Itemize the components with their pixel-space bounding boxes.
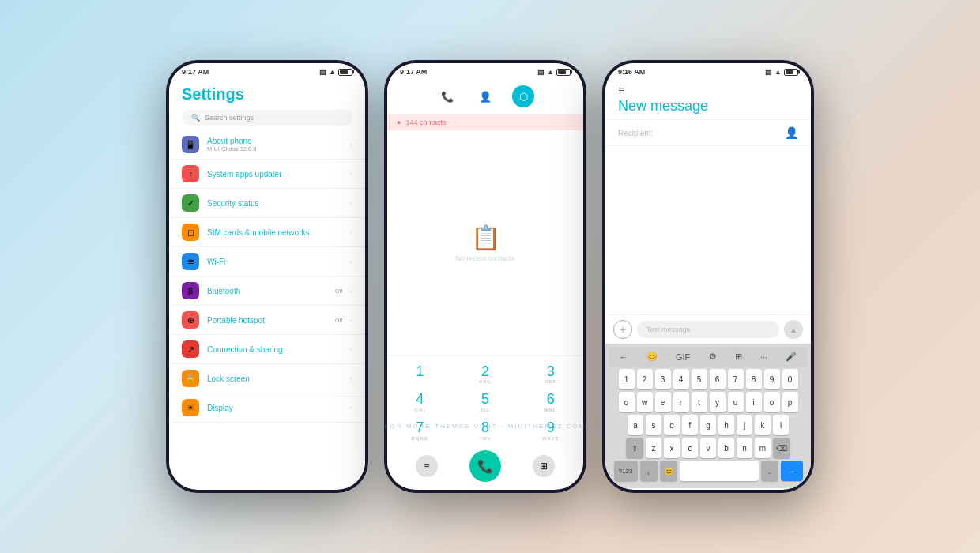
settings-item-bluetooth[interactable]: β Bluetooth Off › [169,276,365,306]
kb-3[interactable]: 3 [655,369,671,389]
menu-button[interactable]: ≡ [416,455,438,477]
kb-f[interactable]: f [682,415,698,435]
kb-0[interactable]: 0 [782,369,798,389]
settings-item-updater[interactable]: ↑ System apps updater › [169,160,365,189]
kb-settings-icon[interactable]: ⚙ [706,350,720,363]
sharing-label: Connection & sharing [207,345,342,354]
hotspot-arrow: › [350,317,352,324]
tab-contacts[interactable]: 👤 [474,85,496,107]
security-icon: ✓ [182,194,199,212]
kb-h[interactable]: h [718,415,734,435]
settings-item-sim[interactable]: ◻ SIM cards & mobile networks › [169,218,365,247]
kb-s[interactable]: s [646,415,662,435]
kb-d[interactable]: d [664,415,680,435]
settings-item-wifi[interactable]: ≋ Wi-Fi › [169,247,365,276]
wifi-icon: ▲ [329,68,336,76]
status-bar-2: 9:17 AM ▤ ▲ [387,63,583,79]
key-2[interactable]: 2 ABC [466,361,505,388]
kb-g[interactable]: g [700,415,716,435]
contacts-count: 144 contacts [405,118,446,126]
kb-o[interactable]: o [764,392,780,412]
kb-gif-button[interactable]: GIF [673,351,693,363]
kb-6[interactable]: 6 [710,369,726,389]
kb-more-icon[interactable]: ··· [757,351,771,363]
kb-e[interactable]: e [655,392,671,412]
kb-l[interactable]: l [773,415,789,435]
wifi-settings-icon: ≋ [182,253,199,270]
tab-phone[interactable]: 📞 [436,85,458,107]
settings-item-sharing[interactable]: ↗ Connection & sharing › [169,335,365,364]
bluetooth-status: Off [335,288,342,294]
key-3[interactable]: 3 DEF [531,361,571,388]
status-bar-3: 9:16 AM ▤ ▲ [605,63,811,79]
kb-v[interactable]: v [700,438,716,458]
kb-w[interactable]: w [637,392,653,412]
kb-9[interactable]: 9 [764,369,780,389]
kb-8[interactable]: 8 [746,369,762,389]
kb-u[interactable]: u [728,392,744,412]
settings-item-lock[interactable]: 🔒 Lock screen › [169,364,365,393]
kb-5[interactable]: 5 [692,369,707,389]
kb-m[interactable]: m [755,438,771,458]
kb-period[interactable]: . [761,461,778,481]
kb-k[interactable]: k [755,415,771,435]
kb-emoji-icon[interactable]: 😊 [643,350,661,363]
key-6[interactable]: 6 MNO [531,389,571,416]
kb-num-switch[interactable]: ?123 [614,461,638,481]
key-1[interactable]: 1 [400,361,439,388]
settings-screen: Settings 🔍 Search settings 📱 About phone… [169,79,365,488]
wifi-label: Wi-Fi [207,258,342,266]
settings-item-security[interactable]: ✓ Security status › [169,189,365,218]
kb-mic-icon[interactable]: 🎤 [782,350,800,363]
settings-item-display[interactable]: ☀ Display › [169,393,365,423]
kb-emoji[interactable]: 😊 [660,461,677,481]
kb-enter[interactable]: → [781,461,803,481]
kb-t[interactable]: t [692,392,707,412]
lock-icon: 🔒 [182,370,199,387]
kb-1[interactable]: 1 [619,369,635,389]
tab-dialer[interactable]: ⬡ [512,85,534,107]
settings-item-hotspot[interactable]: ⊕ Portable hotspot Off › [169,306,365,335]
search-bar[interactable]: 🔍 Search settings [182,110,352,126]
call-button[interactable]: 📞 [469,450,501,482]
security-label: Security status [207,199,342,208]
kb-p[interactable]: p [782,392,798,412]
dialpad: 1 2 ABC 3 DEF 4 GHI [387,356,583,488]
kb-comma[interactable]: , [640,461,658,481]
key-5[interactable]: 5 JKL [466,389,505,416]
sharing-icon: ↗ [182,340,199,358]
kb-z[interactable]: z [646,438,662,458]
kb-shift[interactable]: ⇧ [626,438,643,458]
kb-y[interactable]: y [710,392,726,412]
kb-j[interactable]: j [737,415,752,435]
kb-space[interactable] [680,461,759,481]
key-8[interactable]: 8 TUV [466,417,505,444]
back-button[interactable]: ≡ [618,84,798,96]
kb-b[interactable]: b [718,438,734,458]
kb-backspace[interactable]: ⌫ [773,438,790,458]
key-4[interactable]: 4 GHI [400,389,439,416]
kb-n[interactable]: n [737,438,752,458]
hotspot-label: Portable hotspot [207,316,327,325]
kb-q[interactable]: q [619,392,635,412]
key-9[interactable]: 9 WXYZ [531,417,571,444]
kb-a[interactable]: a [628,415,643,435]
settings-item-about[interactable]: 📱 About phone MIUI Global 12.0.3 › [169,130,365,160]
kb-2[interactable]: 2 [637,369,653,389]
kb-r[interactable]: r [673,392,689,412]
text-message-input[interactable]: Text message [637,321,779,338]
send-button[interactable]: ▲ [784,320,803,339]
kb-back-icon[interactable]: ← [616,351,631,363]
kb-grid-icon[interactable]: ⊞ [732,350,745,363]
kb-bottom-row: ?123 , 😊 . → [609,461,808,481]
kb-i[interactable]: i [746,392,762,412]
grid-button[interactable]: ⊞ [533,455,555,477]
kb-c[interactable]: c [682,438,698,458]
kb-4[interactable]: 4 [673,369,689,389]
add-recipient-icon[interactable]: 👤 [785,126,798,139]
kb-x[interactable]: x [664,438,680,458]
key-7[interactable]: 7 PQRS [400,417,439,444]
search-placeholder: Search settings [205,114,254,122]
attach-button[interactable]: + [613,320,632,339]
kb-7[interactable]: 7 [728,369,744,389]
